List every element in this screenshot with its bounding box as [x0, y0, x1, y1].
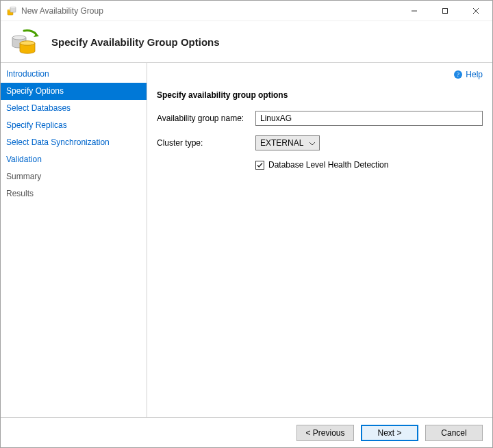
sidebar-item-results[interactable]: Results — [1, 185, 147, 202]
sidebar-item-validation[interactable]: Validation — [1, 151, 147, 168]
sidebar-item-specify-options[interactable]: Specify Options — [1, 83, 147, 100]
cancel-button[interactable]: Cancel — [425, 425, 483, 441]
next-button[interactable]: Next > — [361, 425, 418, 441]
svg-point-9 — [12, 36, 26, 40]
wizard-sidebar: Introduction Specify Options Select Data… — [1, 63, 147, 417]
sidebar-item-introduction[interactable]: Introduction — [1, 66, 147, 83]
wizard-content: ? Help Specify availability group option… — [147, 63, 492, 417]
sidebar-item-summary[interactable]: Summary — [1, 168, 147, 185]
content-spacer — [157, 170, 483, 412]
header-band: Specify Availability Group Options — [1, 21, 492, 62]
page-heading: Specify Availability Group Options — [51, 36, 220, 48]
svg-rect-5 — [442, 8, 447, 13]
titlebar: New Availability Group — [1, 1, 492, 21]
chevron-down-icon — [309, 138, 315, 148]
cluster-type-select[interactable]: EXTERNAL — [255, 135, 320, 150]
wizard-footer: < Previous Next > Cancel — [1, 417, 492, 447]
app-icon — [6, 5, 17, 16]
previous-button[interactable]: < Previous — [296, 425, 354, 441]
svg-text:?: ? — [457, 71, 459, 78]
section-title: Specify availability group options — [157, 90, 483, 100]
window-controls — [399, 1, 491, 21]
cluster-type-value: EXTERNAL — [260, 138, 303, 148]
close-button[interactable] — [460, 1, 491, 21]
sidebar-item-select-data-sync[interactable]: Select Data Synchronization — [1, 134, 147, 151]
health-detection-row: Database Level Health Detection — [255, 160, 483, 170]
help-link[interactable]: ? Help — [453, 70, 483, 79]
maximize-button[interactable] — [429, 1, 460, 21]
health-detection-label: Database Level Health Detection — [268, 160, 388, 170]
wizard-icon — [9, 27, 39, 57]
sidebar-item-select-databases[interactable]: Select Databases — [1, 100, 147, 117]
svg-point-11 — [20, 41, 35, 45]
help-icon: ? — [453, 70, 463, 79]
window-title: New Availability Group — [21, 6, 399, 16]
cluster-type-label: Cluster type: — [157, 138, 255, 148]
sidebar-item-specify-replicas[interactable]: Specify Replicas — [1, 117, 147, 134]
ag-name-label: Availability group name: — [157, 114, 255, 123]
health-detection-checkbox[interactable] — [255, 161, 264, 170]
cluster-type-row: Cluster type: EXTERNAL — [157, 135, 483, 150]
minimize-button[interactable] — [399, 1, 429, 21]
wizard-window: New Availability Group — [0, 0, 493, 448]
svg-point-3 — [10, 5, 16, 7]
svg-marker-12 — [34, 34, 39, 37]
ag-name-row: Availability group name: — [157, 111, 483, 126]
help-label: Help — [466, 70, 483, 79]
ag-name-input[interactable] — [255, 111, 483, 126]
wizard-body: Introduction Specify Options Select Data… — [1, 63, 492, 417]
